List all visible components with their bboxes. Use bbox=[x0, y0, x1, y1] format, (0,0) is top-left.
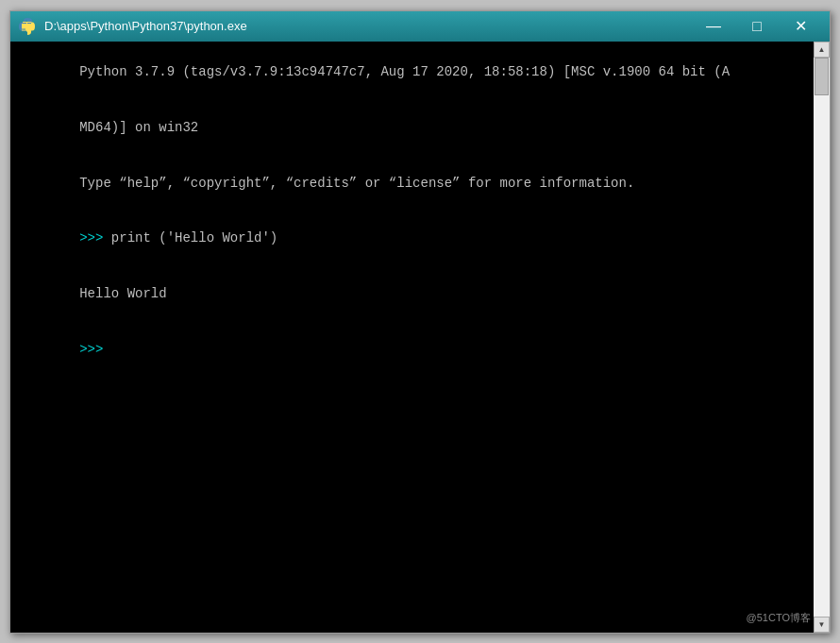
window-title: D:\apps\Python\Python37\python.exe bbox=[44, 19, 247, 33]
terminal-line-5: Hello World bbox=[16, 267, 808, 323]
window-controls: — □ ✕ bbox=[692, 11, 822, 42]
python-icon bbox=[18, 17, 37, 36]
title-bar-left: D:\apps\Python\Python37\python.exe bbox=[18, 17, 247, 36]
terminal-line-3: Type “help”, “copyright”, “credits” or “… bbox=[16, 156, 808, 212]
terminal-line-6: >>> bbox=[16, 322, 808, 378]
prompt-2: >>> bbox=[79, 342, 111, 357]
terminal-body: Python 3.7.9 (tags/v3.7.9:13c94747c7, Au… bbox=[10, 42, 830, 633]
scroll-thumb[interactable] bbox=[815, 58, 829, 95]
scroll-track[interactable] bbox=[814, 58, 830, 617]
close-button[interactable]: ✕ bbox=[779, 11, 822, 42]
watermark: @51CTO博客 bbox=[747, 611, 811, 625]
terminal-line-2: MD64)] on win32 bbox=[16, 100, 808, 156]
svg-point-0 bbox=[27, 30, 29, 32]
python-window: D:\apps\Python\Python37\python.exe — □ ✕… bbox=[9, 10, 831, 634]
terminal-content[interactable]: Python 3.7.9 (tags/v3.7.9:13c94747c7, Au… bbox=[10, 42, 814, 633]
terminal-line-4: >>> print ('Hello World') bbox=[16, 212, 808, 267]
terminal-line-1: Python 3.7.9 (tags/v3.7.9:13c94747c7, Au… bbox=[16, 45, 808, 101]
prompt-1: >>> bbox=[79, 230, 111, 245]
minimize-button[interactable]: — bbox=[692, 11, 735, 42]
title-bar: D:\apps\Python\Python37\python.exe — □ ✕ bbox=[10, 11, 830, 42]
scroll-down-arrow[interactable]: ▼ bbox=[814, 617, 830, 633]
scroll-up-arrow[interactable]: ▲ bbox=[814, 42, 830, 58]
maximize-button[interactable]: □ bbox=[735, 11, 779, 42]
command-1: print ('Hello World') bbox=[111, 230, 277, 245]
scrollbar[interactable]: ▲ ▼ bbox=[814, 42, 830, 633]
